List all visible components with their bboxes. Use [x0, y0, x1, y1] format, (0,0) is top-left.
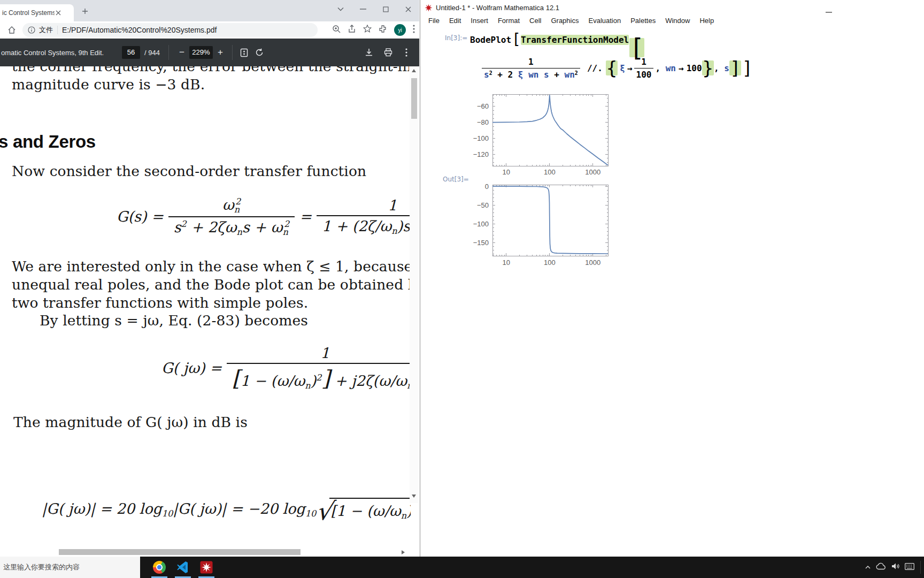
bookmark-star-icon[interactable] [363, 25, 372, 35]
taskbar-search-input[interactable]: 这里输入你要搜索的内容 [0, 557, 140, 578]
home-icon[interactable] [7, 26, 16, 36]
pdf-text-line: By letting s = jω, Eq. (2-83) becomes [40, 312, 308, 329]
info-icon[interactable] [28, 26, 35, 34]
extensions-puzzle-icon[interactable] [379, 25, 387, 35]
code-input-line1[interactable]: BodePlot[TransferFunctionModel[ [470, 29, 644, 50]
mathematica-menubar: File Edit Insert Format Cell Graphics Ev… [420, 15, 924, 27]
toolbar-divider [168, 45, 169, 60]
cell-out-label: Out[3]= [443, 176, 469, 183]
bode-magnitude-plot: 101001000−60−80−100−120 [466, 91, 615, 179]
pdf-text-line: two transfer functions with simple poles… [12, 294, 308, 311]
pdf-text-line: the corner frequency, the error between … [12, 66, 409, 74]
download-icon[interactable] [361, 45, 376, 60]
minimize-icon[interactable] [355, 0, 371, 18]
pdf-text-line: Now consider the second-order transfer f… [12, 163, 366, 179]
tab-close-icon[interactable] [56, 10, 61, 16]
tray-volume-icon[interactable] [891, 562, 900, 572]
menu-cell[interactable]: Cell [525, 15, 546, 27]
menu-edit[interactable]: Edit [444, 15, 466, 27]
menu-file[interactable]: File [424, 15, 444, 27]
close-icon[interactable] [400, 0, 416, 18]
taskbar-mathematica-icon[interactable] [195, 557, 218, 578]
fit-page-icon[interactable] [237, 45, 252, 60]
scroll-right-arrow[interactable] [402, 550, 405, 554]
scroll-down-arrow[interactable] [412, 495, 416, 498]
svg-text:1000: 1000 [585, 258, 600, 267]
taskbar-vscode-icon[interactable] [171, 557, 195, 578]
page-number-input[interactable]: 56 [122, 46, 140, 59]
tray-chevron-up-icon[interactable] [865, 562, 871, 572]
svg-text:0: 0 [485, 182, 489, 191]
chrome-window-controls [333, 0, 416, 18]
tray-touch-keyboard-icon[interactable] [905, 562, 914, 572]
zoom-in-button[interactable]: + [213, 45, 228, 60]
tab-title: ic Control Systems, 9t [2, 9, 55, 17]
toolbar-divider [232, 45, 233, 60]
mathematica-titlebar[interactable]: Untitled-1 * - Wolfram Mathematica 12.1 [420, 0, 924, 15]
svg-text:−120: −120 [473, 150, 489, 158]
svg-text:−150: −150 [473, 239, 489, 247]
pdf-text-line: We are interested only in the case when … [12, 258, 410, 275]
menu-palettes[interactable]: Palettes [626, 15, 660, 27]
maximize-icon[interactable] [378, 0, 394, 18]
tab-bar: ic Control Systems, 9t [0, 0, 419, 21]
tab-search-chevron-icon[interactable] [333, 0, 349, 18]
chrome-window: ic Control Systems, 9t [0, 0, 419, 557]
menu-evaluation[interactable]: Evaluation [583, 15, 626, 27]
zoom-level-value[interactable]: 229% [189, 46, 213, 59]
address-bar: 文件 E:/PDF/Automatic%20Control%20Systems.… [0, 21, 419, 39]
svg-text:100: 100 [544, 258, 556, 267]
url-field[interactable]: 文件 E:/PDF/Automatic%20Control%20Systems.… [22, 23, 318, 37]
vertical-scrollbar[interactable] [410, 66, 419, 503]
vertical-scroll-thumb[interactable] [411, 78, 417, 119]
svg-text:−100: −100 [473, 134, 489, 142]
taskbar-chrome-icon[interactable] [148, 557, 171, 578]
svg-text:100: 100 [544, 168, 556, 176]
zoom-out-button[interactable]: − [174, 45, 189, 60]
bode-phase-plot: 1010010000−50−100−150 [466, 181, 615, 270]
svg-text:10: 10 [503, 168, 510, 176]
show-desktop-divider[interactable] [920, 561, 921, 574]
pdf-text-line: magnitude curve is −3 dB. [12, 76, 205, 93]
profile-avatar[interactable]: yi [394, 24, 406, 36]
menu-insert[interactable]: Insert [466, 15, 493, 27]
menu-format[interactable]: Format [493, 15, 525, 27]
menu-window[interactable]: Window [660, 15, 695, 27]
equation-gjw: G( jω) = 1[1 − (ω/ωn)2] + j2ζ(ω/ωn) [161, 345, 410, 391]
new-tab-button[interactable] [80, 6, 90, 16]
pdf-text-line: The magnitude of G( jω) in dB is [13, 414, 248, 430]
menu-help[interactable]: Help [695, 15, 719, 27]
svg-text:−100: −100 [473, 220, 489, 228]
desktop: ic Control Systems, 9t [0, 0, 924, 578]
horizontal-scroll-thumb[interactable] [59, 549, 301, 555]
print-icon[interactable] [381, 45, 396, 60]
mathematica-app-icon [425, 4, 433, 12]
menu-graphics[interactable]: Graphics [546, 15, 583, 27]
tray-cloud-icon[interactable] [876, 562, 887, 572]
code-input-line2[interactable]: 1s2 + 2 ξ wn s + wn2 //. { ξ → 1100 , wn… [480, 49, 753, 87]
browser-tab-pdf[interactable]: ic Control Systems, 9t [0, 4, 74, 21]
kebab-menu-icon[interactable] [413, 25, 415, 35]
taskbar: 这里输入你要搜索的内容 [0, 557, 924, 578]
url-scheme-label: 文件 [39, 25, 53, 35]
zoom-in-page-icon[interactable] [332, 25, 341, 35]
svg-text:−80: −80 [477, 118, 489, 126]
equation-magnitude-db: |G( jω)| = 20 log10|G( jω)| = −20 log10 … [42, 498, 411, 521]
cell-in-label: In[3]:= [445, 34, 467, 42]
omnibox-divider [57, 26, 58, 34]
page-total-label: / 944 [144, 49, 160, 57]
share-icon[interactable] [348, 25, 356, 35]
scroll-up-arrow[interactable] [412, 69, 416, 72]
pdf-doc-title: omatic Control Systems, 9th Edit... [1, 49, 104, 57]
chrome-logo-icon [153, 561, 166, 574]
equation-transfer-function: G(s) = ωn2s2 + 2ζωns + ωn2 = 11 + (2ζ/ωn… [117, 196, 410, 237]
search-placeholder-text: 这里输入你要搜索的内容 [3, 562, 80, 572]
svg-text:−50: −50 [477, 201, 489, 209]
pdf-more-icon[interactable] [399, 45, 414, 60]
pdf-text-line: unequal real poles, and the Bode plot ca… [12, 276, 412, 293]
window-title: Untitled-1 * - Wolfram Mathematica 12.1 [436, 4, 559, 12]
pdf-toolbar: omatic Control Systems, 9th Edit... 56 /… [0, 39, 419, 66]
mma-minimize-icon[interactable] [826, 5, 832, 15]
rotate-icon[interactable] [252, 45, 267, 60]
section-heading: s and Zeros [0, 132, 96, 152]
